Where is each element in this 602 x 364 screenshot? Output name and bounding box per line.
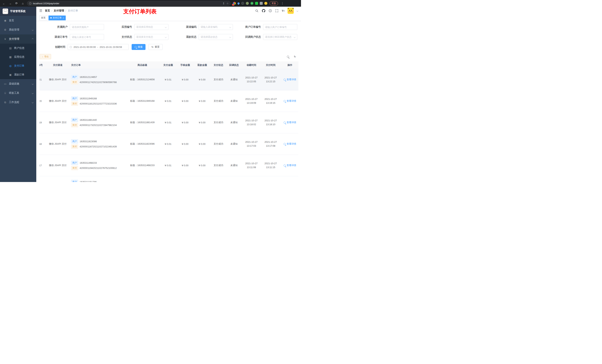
chrome-update-button[interactable]: 更新: [269, 1, 278, 6]
channel-order-no-input[interactable]: [70, 34, 104, 40]
address-bar[interactable]: i ↥ ☆: [27, 1, 231, 6]
extension-icon[interactable]: 10: [233, 2, 236, 5]
vue-devtools-icon[interactable]: V: [250, 2, 253, 5]
sidebar-item-devtools[interactable]: ⌸ 研发工具: [0, 88, 36, 98]
help-icon[interactable]: ?: [269, 9, 272, 13]
search-button[interactable]: 搜索: [132, 44, 146, 50]
browser-reload-icon[interactable]: ⟳: [14, 2, 19, 5]
cell-notify: 未通知: [226, 133, 242, 155]
pay-tag: 支付: [71, 102, 78, 106]
cell-fee: ¥ 0.00: [177, 69, 194, 90]
extension-icon[interactable]: [237, 2, 240, 5]
col-channel: 支付渠道: [46, 62, 70, 69]
close-icon[interactable]: ×: [63, 17, 64, 19]
document-icon: ▣: [9, 73, 12, 76]
sidebar-item-payment[interactable]: ¥ 支付管理: [0, 34, 36, 44]
hamburger-icon[interactable]: ☰: [39, 9, 42, 13]
cell-refund: ¥ 0.00: [194, 112, 211, 133]
filter-label: 商户订单编号: [233, 25, 263, 29]
url-input[interactable]: [33, 2, 221, 5]
sidebar-item-pay-order[interactable]: ◎ 支付订单: [0, 62, 36, 70]
breadcrumb-payment[interactable]: 支付管理: [54, 9, 64, 12]
chevron-down-icon: [294, 36, 296, 38]
browser-back-icon[interactable]: ←: [2, 2, 6, 5]
sidebar-item-refund-order[interactable]: ▣ 退款订单: [0, 70, 36, 79]
sidebar-item-app-info[interactable]: ▦ 应用信息: [0, 52, 36, 62]
cell-create-time: 2021-10-2713:22:05: [242, 69, 261, 90]
bookmark-star-icon[interactable]: ☆: [226, 2, 229, 5]
browser-menu-icon[interactable]: ⋮: [280, 2, 285, 5]
channel-code-select[interactable]: 请输入渠道编码: [199, 24, 233, 30]
refund-status-select[interactable]: 请选择退款状态: [199, 34, 233, 40]
avatar[interactable]: [288, 8, 294, 14]
col-title: 商品标题: [125, 62, 160, 69]
orders-table: 编号 支付渠道 支付订单 商品标题 支付金额 手续金额 退款金额 支付状态 回调…: [40, 62, 298, 182]
filter-label: 创建时间: [40, 45, 68, 49]
reset-button-label: 重置: [155, 45, 160, 49]
extensions-puzzle-icon[interactable]: [260, 2, 263, 5]
date-range-separator: -: [97, 46, 98, 48]
export-button[interactable]: ↓ 导出: [40, 54, 51, 59]
sidebar-item-infra[interactable]: ▭ 基础设施: [0, 79, 36, 88]
refresh-table-icon[interactable]: ↻: [292, 54, 297, 59]
merchant-input[interactable]: [70, 24, 104, 30]
create-time-range-picker[interactable]: 2021-10-01 00:00:00 - 2021-10-31 23:59:5…: [68, 44, 129, 50]
breadcrumb-home[interactable]: 首页: [45, 9, 50, 12]
breadcrumb-current: 支付订单: [68, 9, 78, 12]
merchant-tag: 商户: [71, 75, 78, 79]
pay-transaction-no: 4200001173202110272847982104: [80, 124, 117, 126]
pay-status-select[interactable]: 请选择支付状态: [134, 34, 168, 40]
col-refund: 退款金额: [194, 62, 211, 69]
view-detail-link[interactable]: 查看详情: [284, 164, 296, 167]
site-info-icon[interactable]: i: [29, 2, 32, 5]
extension-icon[interactable]: [241, 2, 244, 5]
extension-badge: 10: [232, 4, 234, 6]
app-select[interactable]: 请选择应用信息: [134, 24, 168, 30]
cell-channel: 微信 JSAPI 支付: [46, 155, 70, 176]
chevron-down-icon: [32, 29, 34, 31]
sidebar-item-system[interactable]: ⚙ 系统管理: [0, 25, 36, 34]
cell-pay-time: 2021-10-2713:18:10: [261, 112, 280, 133]
pay-tag: 支付: [71, 123, 78, 127]
fullscreen-icon[interactable]: [275, 9, 279, 13]
sidebar-item-label: 研发工具: [9, 91, 19, 95]
cell-fee: ¥ 0.00: [177, 112, 194, 133]
view-detail-link[interactable]: 查看详情: [284, 121, 296, 124]
pikachu-avatar-icon: [288, 8, 294, 14]
toggle-search-icon[interactable]: [285, 54, 290, 59]
view-detail-link[interactable]: 查看详情: [284, 99, 296, 103]
col-pay-time: 支付时间: [261, 62, 280, 69]
avatar-dropdown-caret-icon[interactable]: [297, 10, 298, 12]
extension-icon[interactable]: [255, 2, 258, 5]
select-placeholder: 请选择订单回调商户状态: [265, 35, 291, 39]
app-logo: 芋道管理系统: [0, 7, 36, 16]
cell-fee: ¥ 0.00: [177, 90, 194, 112]
font-size-icon[interactable]: TT: [282, 9, 285, 12]
extension-smiley-icon[interactable]: [264, 2, 267, 5]
sidebar-item-label: 商户信息: [14, 46, 24, 50]
cell-refund: ¥ 0.00: [194, 155, 211, 176]
github-icon[interactable]: [262, 9, 266, 13]
col-id: 编号: [40, 62, 46, 69]
sidebar-item-merchant-info[interactable]: ▤ 商户信息: [0, 44, 36, 52]
cell-status: 支付成功: [211, 155, 226, 176]
merchant-tag: 商户: [71, 161, 78, 165]
view-detail-link[interactable]: 查看详情: [284, 78, 296, 81]
browser-home-icon[interactable]: ⌂: [21, 2, 25, 5]
sidebar-item-workflow[interactable]: ⧉ 工作流程: [0, 98, 36, 107]
sidebar: 芋道管理系统 ◉ 首页 ⚙ 系统管理 ¥ 支付管理 ▤ 商户信息 ▦ 应用信息: [0, 7, 36, 182]
tab-home[interactable]: 首页: [39, 16, 47, 20]
merchant-order-no-input[interactable]: [263, 24, 297, 30]
reset-button[interactable]: ↻ 重置: [149, 44, 162, 50]
sidebar-item-home[interactable]: ◉ 首页: [0, 16, 36, 25]
search-icon: [284, 79, 286, 81]
cell-pay-order: 商户1635311151786: [70, 176, 125, 182]
tab-pay-order[interactable]: 支付订单 ×: [49, 16, 66, 20]
notify-status-select[interactable]: 请选择订单回调商户状态: [263, 34, 297, 40]
view-detail-link[interactable]: 查看详情: [284, 142, 296, 146]
browser-forward-icon[interactable]: →: [8, 2, 12, 5]
extension-icon[interactable]: [246, 2, 249, 5]
share-icon[interactable]: ↥: [223, 2, 225, 5]
sidebar-item-label: 支付管理: [9, 37, 19, 41]
search-icon[interactable]: [255, 9, 259, 13]
